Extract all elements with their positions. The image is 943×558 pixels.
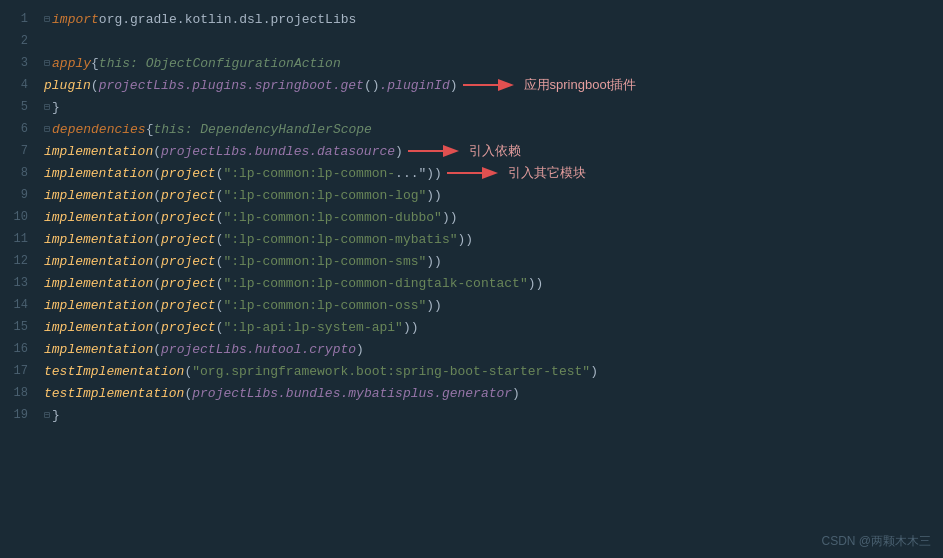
watermark: CSDN @两颗木木三: [821, 533, 931, 550]
token-fn: plugin: [44, 78, 91, 93]
token-fn: implementation: [44, 276, 153, 291]
line-number: 12: [0, 250, 36, 272]
token-paren: ": [419, 166, 427, 181]
token-var: projectLibs.hutool.crypto: [161, 342, 356, 357]
line-number: 17: [0, 360, 36, 382]
token-paren: )): [426, 298, 442, 313]
token-fn: implementation: [44, 320, 153, 335]
token-fn: testImplementation: [44, 364, 184, 379]
line-number: 6: [0, 118, 36, 140]
token-comment: this: DependencyHandlerScope: [153, 122, 371, 137]
token-paren: (: [216, 188, 224, 203]
token-paren: (: [153, 254, 161, 269]
token-paren: (: [216, 276, 224, 291]
token-kw: import: [52, 12, 99, 27]
token-paren: (: [153, 232, 161, 247]
token-str: ":lp-common:lp-common-mybatis": [223, 232, 457, 247]
token-paren: (: [216, 210, 224, 225]
token-fn: project: [161, 166, 216, 181]
fold-icon[interactable]: ⊟: [44, 101, 50, 113]
annotation-text: 应用springboot插件: [524, 76, 637, 94]
line-number: 9: [0, 184, 36, 206]
arrow-icon: [442, 164, 502, 182]
annotation: 引入依赖: [403, 142, 521, 160]
token-paren: (: [153, 166, 161, 181]
code-line: ⊟apply { this: ObjectConfigurationAction: [44, 52, 943, 74]
token-kw: apply: [52, 56, 91, 71]
annotation-text: 引入其它模块: [508, 164, 586, 182]
code-line: plugin(projectLibs.plugins.springboot.ge…: [44, 74, 943, 96]
token-paren: )): [426, 188, 442, 203]
token-paren: (: [153, 276, 161, 291]
code-line: ⊟}: [44, 404, 943, 426]
code-line: implementation(project(":lp-common:lp-co…: [44, 294, 943, 316]
token-paren: (: [153, 210, 161, 225]
token-fn: project: [161, 210, 216, 225]
token-fn: project: [161, 276, 216, 291]
arrow-icon: [458, 76, 518, 94]
token-paren: (: [184, 364, 192, 379]
code-line: implementation(projectLibs.hutool.crypto…: [44, 338, 943, 360]
token-paren: (: [153, 342, 161, 357]
token-paren: ): [450, 78, 458, 93]
token-var: projectLibs.bundles.datasource: [161, 144, 395, 159]
token-paren: (): [364, 78, 380, 93]
code-line: testImplementation(projectLibs.bundles.m…: [44, 382, 943, 404]
token-fn: implementation: [44, 342, 153, 357]
line-number: 10: [0, 206, 36, 228]
token-fn: implementation: [44, 188, 153, 203]
token-paren: (: [216, 166, 224, 181]
token-paren: ): [356, 342, 364, 357]
token-method: .pluginId: [380, 78, 450, 93]
line-number: 19: [0, 404, 36, 426]
token-text: org.gradle.kotlin.dsl.projectLibs: [99, 12, 356, 27]
line-number: 4: [0, 74, 36, 96]
token-fn: implementation: [44, 144, 153, 159]
token-var: projectLibs.plugins.springboot: [99, 78, 333, 93]
token-fn: project: [161, 320, 216, 335]
line-number: 13: [0, 272, 36, 294]
token-fn: implementation: [44, 210, 153, 225]
token-str: ":lp-api:lp-system-api": [223, 320, 402, 335]
line-numbers: 12345678910111213141516171819: [0, 0, 36, 558]
token-paren: (: [153, 188, 161, 203]
code-editor: 12345678910111213141516171819 ⊟import or…: [0, 0, 943, 558]
line-number: 8: [0, 162, 36, 184]
line-number: 14: [0, 294, 36, 316]
annotation: 引入其它模块: [442, 164, 586, 182]
token-paren: )): [442, 210, 458, 225]
line-number: 16: [0, 338, 36, 360]
code-line: implementation(project(":lp-common:lp-co…: [44, 228, 943, 250]
code-line: implementation(project(":lp-common:lp-co…: [44, 206, 943, 228]
token-comment: this: ObjectConfigurationAction: [99, 56, 341, 71]
code-line: implementation(project(":lp-api:lp-syste…: [44, 316, 943, 338]
token-paren: )): [528, 276, 544, 291]
token-fn: project: [161, 298, 216, 313]
token-text: {: [146, 122, 154, 137]
code-line: ⊟dependencies { this: DependencyHandlerS…: [44, 118, 943, 140]
token-str: ":lp-common:lp-common-sms": [223, 254, 426, 269]
token-paren: (: [216, 232, 224, 247]
fold-icon[interactable]: ⊟: [44, 123, 50, 135]
line-number: 5: [0, 96, 36, 118]
annotation: 应用springboot插件: [458, 76, 637, 94]
token-paren: (: [216, 320, 224, 335]
token-str: ":lp-common:lp-common-: [223, 166, 395, 181]
code-line: implementation(project(":lp-common:lp-co…: [44, 272, 943, 294]
token-paren: (: [153, 320, 161, 335]
fold-icon[interactable]: ⊟: [44, 409, 50, 421]
token-paren: (: [216, 298, 224, 313]
line-number: 11: [0, 228, 36, 250]
token-paren: (: [216, 254, 224, 269]
fold-icon[interactable]: ⊟: [44, 57, 50, 69]
fold-icon[interactable]: ⊟: [44, 13, 50, 25]
token-fn: project: [161, 232, 216, 247]
token-kw: dependencies: [52, 122, 146, 137]
code-line: implementation(project(":lp-common:lp-co…: [44, 250, 943, 272]
code-line: testImplementation("org.springframework.…: [44, 360, 943, 382]
token-paren: (: [91, 78, 99, 93]
token-paren: (: [153, 144, 161, 159]
line-number: 18: [0, 382, 36, 404]
line-number: 1: [0, 8, 36, 30]
code-line: implementation(project(":lp-common:lp-co…: [44, 162, 943, 184]
